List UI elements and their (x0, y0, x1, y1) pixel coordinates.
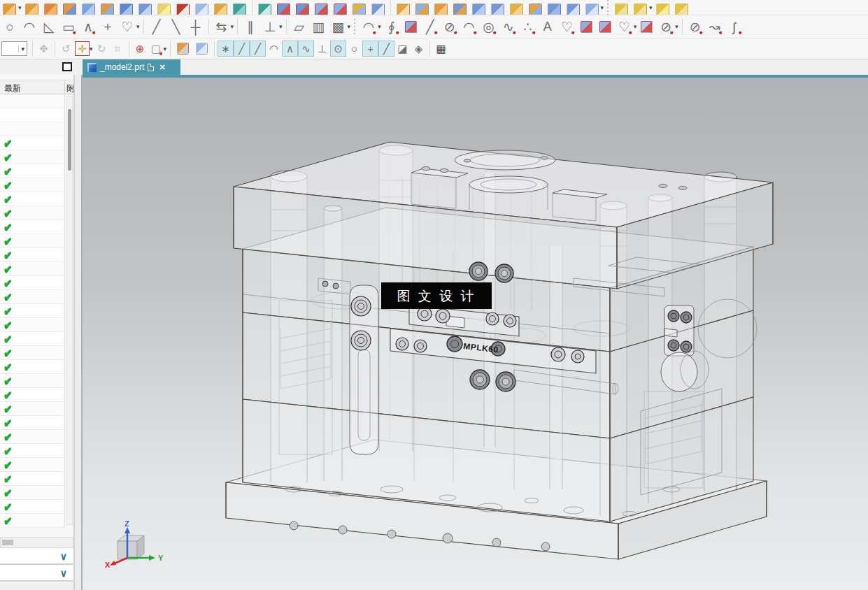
replace-reference-set-icon[interactable]: ↺ (59, 41, 73, 56)
curve-more-icon[interactable]: ▾ (634, 23, 637, 30)
bridge-curve-icon[interactable] (405, 21, 417, 33)
navigator-row[interactable]: ✔ (0, 430, 64, 444)
move-component-icon[interactable]: ↻ (94, 41, 109, 56)
navigator-row[interactable]: ✔ (0, 500, 64, 514)
offset-surface-icon[interactable] (529, 3, 542, 15)
trim-body-icon[interactable] (277, 3, 290, 15)
navigator-row[interactable]: ✔ (0, 444, 64, 458)
line-icon[interactable]: ╱ (421, 17, 439, 36)
navigator-row[interactable]: ✔ (0, 178, 64, 192)
snap-sphere-icon[interactable]: ◈ (411, 41, 427, 57)
tab-model2[interactable]: _model2.prt ✕ (83, 59, 180, 75)
navigator-row[interactable] (0, 94, 64, 108)
swept-flange-icon[interactable] (214, 3, 227, 15)
text-icon[interactable]: A (539, 17, 557, 36)
navigator-row[interactable]: ✔ (0, 458, 64, 472)
sweep-along-guide-icon[interactable] (472, 3, 485, 15)
navigator-row[interactable]: ✔ (0, 304, 64, 318)
mirror-curve-icon[interactable]: ▥ (310, 17, 328, 36)
navigator-row[interactable]: ✔ (0, 416, 64, 430)
pull-face-icon[interactable] (634, 3, 647, 15)
arc-icon[interactable]: ◠ (360, 17, 378, 36)
column-header-latest[interactable]: 最新 (0, 80, 65, 94)
sphere-icon[interactable] (157, 3, 171, 15)
offset-curve-icon[interactable]: ⇆ (213, 17, 231, 36)
extend-curve-icon[interactable]: ╲ (167, 17, 185, 36)
conic-icon[interactable]: ◎ (480, 17, 498, 36)
move-face-icon[interactable] (615, 3, 628, 15)
curve-on-surface-icon[interactable] (581, 21, 592, 33)
section-curve-icon[interactable]: ⊘ (657, 17, 675, 36)
navigator-row[interactable]: ✔ (0, 164, 64, 178)
body-more-icon[interactable]: ▾ (601, 4, 604, 11)
join-body-icon[interactable] (258, 3, 271, 15)
collapsed-section-2[interactable]: ∨ (0, 566, 73, 582)
unite-boolean-icon[interactable] (63, 3, 76, 15)
perpendicular-constraint-icon[interactable]: ⊥ (261, 17, 279, 36)
cylinder-icon[interactable] (138, 3, 152, 15)
select-more-icon[interactable]: ▾ (164, 45, 167, 52)
project-curve-icon[interactable]: ▩ (329, 17, 348, 36)
pattern-feature-alt-icon[interactable] (25, 3, 38, 15)
studio-spline-icon[interactable]: ♡ (118, 17, 136, 36)
navigator-row[interactable]: ✔ (0, 248, 64, 262)
restore-window-icon[interactable] (62, 62, 72, 71)
rectangle-icon[interactable]: ▭ (59, 17, 78, 36)
collapsed-section-1[interactable]: ∨ (0, 549, 73, 565)
emboss-icon[interactable] (415, 3, 429, 15)
navigator-row[interactable] (0, 122, 64, 136)
assembly-constraints-icon[interactable]: ⌗ (111, 41, 125, 56)
navigator-row[interactable]: ✔ (0, 486, 64, 500)
pattern-more-icon[interactable]: ▾ (18, 4, 22, 11)
tangent-curve-icon[interactable]: ↝ (706, 17, 724, 36)
shell-icon[interactable] (397, 3, 410, 15)
sheet-body-icon[interactable] (82, 3, 95, 15)
navigator-row[interactable]: ✔ (0, 220, 64, 234)
wave-link-icon[interactable] (548, 3, 561, 15)
offset-more-icon[interactable]: ▾ (231, 23, 234, 30)
snap-endpoint-icon[interactable]: ╱ (234, 41, 250, 57)
navigator-row[interactable]: ✔ (0, 332, 64, 346)
navigator-row[interactable]: ✔ (0, 136, 64, 150)
spline-more-icon[interactable]: ▾ (136, 23, 140, 30)
scrollbar-thumb[interactable] (68, 109, 71, 171)
snap-control-point-icon[interactable]: ◠ (266, 41, 282, 57)
pattern-curve-icon[interactable]: ▱ (290, 17, 308, 36)
navigator-row[interactable]: ✔ (0, 206, 64, 220)
snap-spline-point-icon[interactable]: ∿ (298, 41, 314, 57)
scatter-feature-icon[interactable] (44, 3, 57, 15)
navigator-row[interactable]: ✔ (0, 318, 64, 332)
pad-icon[interactable] (510, 3, 523, 15)
arc-3point-icon[interactable]: ◠ (460, 17, 478, 36)
datum-plane-icon[interactable] (567, 3, 580, 15)
close-tab-icon[interactable]: ✕ (159, 63, 165, 72)
delete-body-icon[interactable] (353, 3, 366, 15)
section-more-icon[interactable]: ▾ (675, 23, 678, 30)
wireframe-view-icon[interactable] (196, 43, 208, 55)
navigator-row[interactable]: ✔ (0, 388, 64, 402)
snap-point-enable-icon[interactable]: ∗ (218, 41, 234, 57)
profile-icon[interactable]: ∧ (79, 17, 97, 36)
selection-scope-combo[interactable]: ▾ (1, 41, 27, 56)
shaded-view-icon[interactable] (177, 43, 189, 55)
navigator-row[interactable]: ✔ (0, 402, 64, 416)
snap-existing-point-icon[interactable]: + (362, 41, 378, 57)
mold-3d-model[interactable]: MPLK60 (83, 78, 868, 590)
navigator-row[interactable]: ✔ (0, 472, 64, 486)
snap-circle-icon[interactable]: ○ (346, 41, 362, 57)
delete-face-icon[interactable] (675, 3, 688, 15)
split-face-icon[interactable] (334, 3, 347, 15)
scrollbar-thumb[interactable] (2, 540, 13, 545)
bounding-body-icon[interactable] (195, 3, 208, 15)
combo-dropdown-icon[interactable]: ▾ (18, 45, 27, 52)
grid-icon[interactable]: ▦ (434, 41, 448, 56)
graphics-viewport[interactable]: MPLK60 (83, 75, 868, 590)
navigator-row[interactable]: ✔ (0, 150, 64, 164)
point-set-icon[interactable]: ∴ (519, 17, 537, 36)
trim-curve-icon[interactable]: ╱ (148, 17, 166, 36)
chevron-down-icon[interactable]: ∨ (60, 568, 67, 578)
assembly-explode-icon[interactable]: ✥ (36, 41, 51, 56)
make-corner-icon[interactable]: ┼ (187, 17, 205, 36)
intersect-boolean-icon[interactable] (233, 3, 246, 15)
arc-more-icon[interactable]: ▾ (378, 23, 381, 30)
